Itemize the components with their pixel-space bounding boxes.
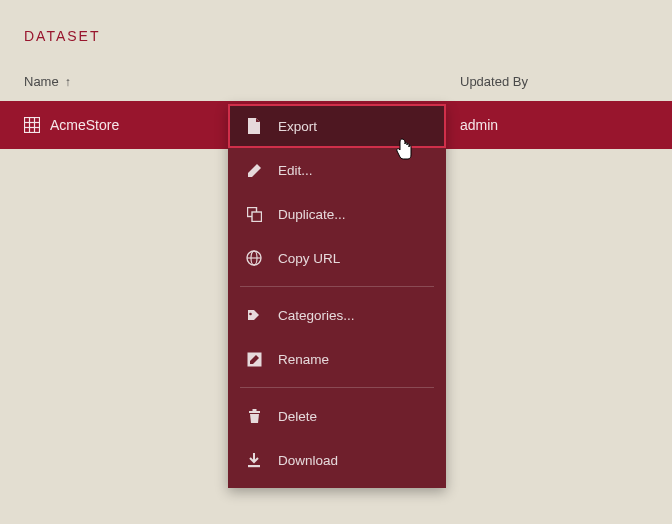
menu-item-label: Copy URL xyxy=(278,251,340,266)
copy-icon xyxy=(246,206,262,222)
tag-icon xyxy=(246,307,262,323)
menu-divider xyxy=(240,387,434,388)
menu-item-label: Download xyxy=(278,453,338,468)
dataset-grid-icon xyxy=(24,117,40,133)
globe-icon xyxy=(246,250,262,266)
menu-item-export[interactable]: Export xyxy=(228,104,446,148)
menu-item-label: Categories... xyxy=(278,308,355,323)
table-header: Name ↑ Updated By xyxy=(0,44,672,101)
menu-divider xyxy=(240,286,434,287)
file-icon xyxy=(246,118,262,134)
menu-item-rename[interactable]: Rename xyxy=(228,337,446,381)
section-title: DATASET xyxy=(0,0,672,44)
menu-item-copy-url[interactable]: Copy URL xyxy=(228,236,446,280)
column-name-label: Name xyxy=(24,74,59,89)
rename-icon xyxy=(246,351,262,367)
menu-item-duplicate[interactable]: Duplicate... xyxy=(228,192,446,236)
menu-item-download[interactable]: Download xyxy=(228,438,446,482)
menu-item-label: Edit... xyxy=(278,163,313,178)
svg-rect-14 xyxy=(248,465,260,467)
svg-rect-0 xyxy=(25,118,40,133)
svg-point-10 xyxy=(249,313,252,316)
svg-rect-13 xyxy=(252,409,256,411)
download-icon xyxy=(246,452,262,468)
sort-ascending-icon: ↑ xyxy=(65,75,71,89)
menu-item-label: Duplicate... xyxy=(278,207,346,222)
svg-rect-12 xyxy=(249,411,260,413)
menu-item-edit[interactable]: Edit... xyxy=(228,148,446,192)
column-header-name[interactable]: Name ↑ xyxy=(0,74,460,89)
row-name-label: AcmeStore xyxy=(50,117,119,133)
trash-icon xyxy=(246,408,262,424)
pencil-icon xyxy=(246,162,262,178)
menu-item-delete[interactable]: Delete xyxy=(228,394,446,438)
row-updated-by-cell: admin xyxy=(460,117,498,133)
column-header-updated-by[interactable]: Updated By xyxy=(460,74,528,89)
context-menu: Export Edit... Duplicate... Copy URL xyxy=(228,104,446,488)
menu-item-categories[interactable]: Categories... xyxy=(228,293,446,337)
menu-item-label: Rename xyxy=(278,352,329,367)
svg-rect-6 xyxy=(252,212,262,222)
menu-item-label: Delete xyxy=(278,409,317,424)
menu-item-label: Export xyxy=(278,119,317,134)
